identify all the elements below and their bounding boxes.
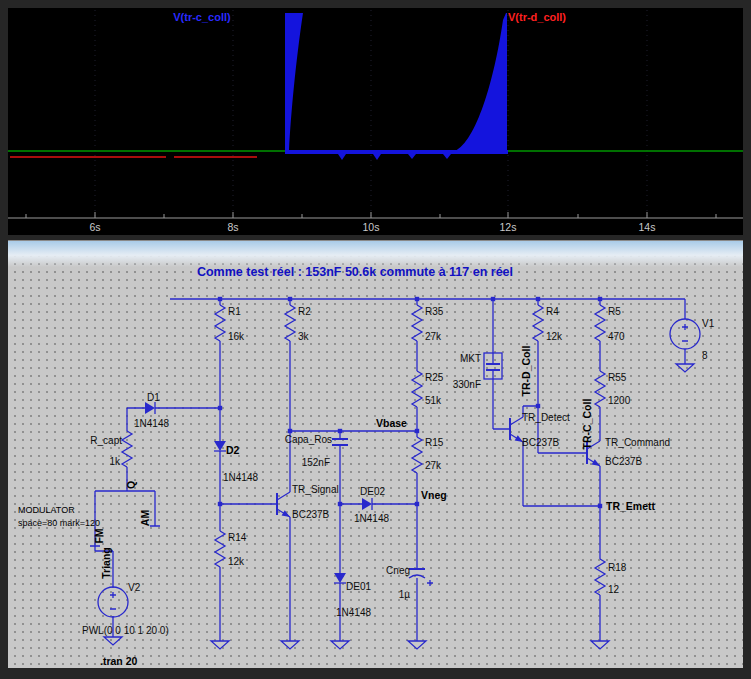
resistor-r35[interactable]: R35 27k (412, 305, 444, 342)
component-value: 12k (546, 331, 563, 342)
component-value: 27k (425, 331, 442, 342)
transistor-tr-command[interactable]: TR_Command BC237B (587, 437, 670, 467)
schematic-canvas: Comme test réel : 153nF 50.6k commute à … (8, 241, 743, 668)
component-name: TR_Detect (522, 412, 570, 423)
component-value: 51k (425, 395, 442, 406)
diode-symbol (362, 498, 372, 510)
waveform-plot: 6s 8s 10s 12s 14s V(tr-c_coll) V(tr-d_co… (8, 8, 743, 235)
x-tick-label: 6s (89, 221, 100, 233)
x-tick-label: 14s (639, 221, 656, 233)
resistor-r14[interactable]: R14 12k (215, 531, 247, 567)
net-label-vneg[interactable]: Vneg (421, 489, 447, 501)
trace-label-tr-d-coll[interactable]: V(tr-d_coll) (508, 11, 566, 23)
component-name: Capa_Ros (285, 434, 332, 445)
resistor-symbol (122, 431, 132, 467)
net-label-am[interactable]: AM (139, 510, 151, 527)
component-value: PWL(0 0 10 1 20 0) (82, 625, 169, 636)
tran-directive[interactable]: .tran 20 (100, 655, 138, 667)
component-name: R15 (425, 437, 444, 448)
component-value: 12k (228, 556, 245, 567)
schematic-title[interactable]: Comme test réel : 153nF 50.6k commute à … (197, 265, 513, 279)
net-label-tr-c-coll[interactable]: TR-C_Coll (581, 399, 593, 450)
diode-symbol (145, 402, 155, 414)
net-labels: Vbase Vneg TR_Emett TR-D_Coll TR-C_Coll … (93, 346, 656, 579)
modulator-note-line2[interactable]: space=80 mark=120 (18, 518, 100, 528)
voltage-source-v1[interactable]: V1 8 (670, 318, 715, 361)
resistor-symbol (285, 305, 295, 341)
component-value: 8 (702, 350, 708, 361)
ltspice-window: { "colors":{"wire":"#2828cc","title":"#1… (0, 0, 751, 679)
component-name: MKT (460, 353, 481, 364)
net-label-q[interactable]: Q (125, 481, 137, 489)
resistor-r2[interactable]: R2 3k (285, 305, 311, 342)
net-label-vbase[interactable]: Vbase (376, 417, 407, 429)
transistor-tr-signal[interactable]: TR_Signal BC237B (277, 484, 339, 520)
component-value: BC237B (522, 437, 560, 448)
resistor-r4[interactable]: R4 12k (533, 305, 563, 342)
wires (90, 299, 685, 641)
resistor-r1[interactable]: R1 16k (215, 305, 245, 342)
component-value: 470 (608, 331, 625, 342)
junction-dots (218, 297, 602, 508)
net-label-tr-emett[interactable]: TR_Emett (606, 500, 656, 512)
component-value: 1N4148 (134, 418, 169, 429)
component-name: D1 (147, 392, 160, 403)
component-value: 16k (228, 331, 245, 342)
capacitor-cneg[interactable]: Cneg 1µ (386, 565, 433, 600)
resistor-r15[interactable]: R15 27k (412, 437, 444, 473)
component-name: V1 (702, 318, 715, 329)
x-tick-label: 12s (500, 221, 517, 233)
x-tick-label: 8s (227, 221, 238, 233)
voltage-source-v2[interactable]: V2 PWL(0 0 10 1 20 0) (82, 582, 169, 636)
component-value: 1k (109, 456, 121, 467)
diode-d1[interactable]: D1 1N4148 (134, 392, 169, 429)
component-name: R5 (608, 306, 621, 317)
component-value: 1200 (608, 395, 631, 406)
component-value: BC237B (292, 509, 330, 520)
capacitor-mkt[interactable]: MKT 330nF (453, 353, 502, 390)
resistor-r25[interactable]: R25 51k (412, 371, 444, 407)
trace-blue (285, 13, 508, 160)
component-name: R14 (228, 532, 247, 543)
component-name: R25 (425, 372, 444, 383)
component-name: R55 (608, 372, 627, 383)
resistor-symbol (595, 305, 605, 341)
component-name: R4 (546, 306, 559, 317)
component-name: R35 (425, 306, 444, 317)
resistor-r18[interactable]: R18 12 (595, 559, 627, 595)
source-symbol (670, 319, 700, 349)
waveform-pane[interactable]: 6s 8s 10s 12s 14s V(tr-c_coll) V(tr-d_co… (8, 8, 743, 235)
diode-symbol (334, 573, 346, 583)
resistor-r55[interactable]: R55 1200 (595, 371, 631, 407)
capacitor-symbol (409, 569, 433, 586)
diode-de02[interactable]: DE02 1N4148 (354, 486, 389, 524)
resistor-symbol (595, 559, 605, 595)
diode-symbol (214, 441, 226, 451)
annotations: MODULATOR space=80 mark=120 .tran 20 (18, 505, 138, 667)
schematic-pane[interactable]: Comme test réel : 153nF 50.6k commute à … (8, 240, 743, 668)
component-value: 1N4148 (336, 607, 371, 618)
net-label-triang[interactable]: Triang (100, 547, 112, 579)
component-name: R_capt (90, 435, 122, 446)
resistor-symbol (412, 305, 422, 341)
component-value: 27k (425, 460, 442, 471)
component-name: TR_Command (605, 437, 670, 448)
component-value: 12 (608, 584, 620, 595)
transistor-tr-detect[interactable]: TR_Detect BC237B (510, 412, 570, 448)
modulator-note-line1[interactable]: MODULATOR (18, 505, 75, 515)
component-name: DE02 (360, 486, 385, 497)
trace-label-tr-c-coll[interactable]: V(tr-c_coll) (173, 11, 231, 23)
net-label-fm[interactable]: FM (93, 528, 105, 543)
diode-d2[interactable]: D2 1N4148 (214, 441, 258, 483)
component-name: R18 (608, 562, 627, 573)
component-value: 1N4148 (354, 513, 389, 524)
resistor-r5[interactable]: R5 470 (595, 305, 625, 342)
component-value: 1N4148 (223, 472, 258, 483)
capacitor-capa-ros[interactable]: Capa_Ros 152nF (285, 434, 348, 468)
component-value: 330nF (453, 379, 481, 390)
component-name: R2 (298, 306, 311, 317)
resistor-r-capt[interactable]: R_capt 1k (90, 431, 132, 467)
net-label-tr-d-coll[interactable]: TR-D_Coll (520, 346, 532, 397)
component-name: D2 (226, 444, 240, 456)
plot-gridlines (95, 10, 647, 218)
